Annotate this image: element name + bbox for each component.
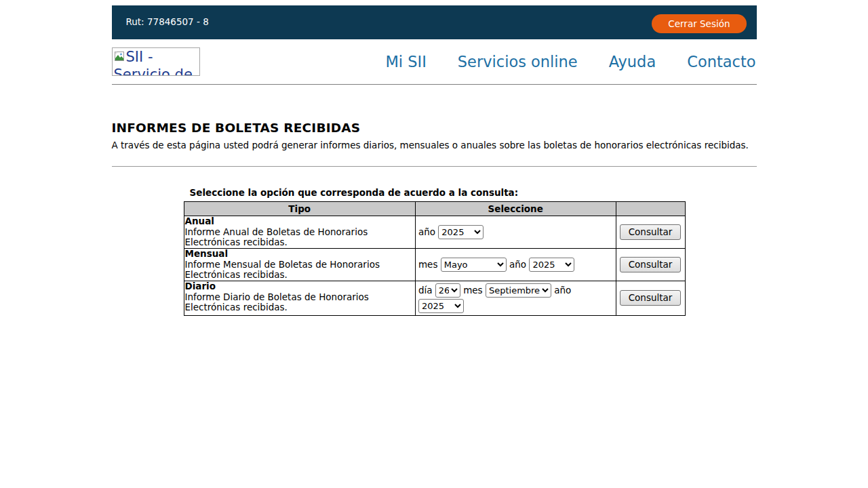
row-type-label: Anual bbox=[185, 216, 413, 227]
anual-action-cell: Consultar bbox=[616, 216, 685, 249]
consult-prompt: Seleccione la opción que corresponda de … bbox=[190, 187, 757, 198]
diario-consultar-button[interactable]: Consultar bbox=[620, 290, 682, 306]
anual-consultar-button[interactable]: Consultar bbox=[620, 224, 682, 240]
nav-item-ayuda[interactable]: Ayuda bbox=[609, 53, 656, 70]
rut-label: Rut: 77846507 - 8 bbox=[126, 16, 209, 27]
anual-select-cell: año 2025 bbox=[415, 216, 616, 249]
year-label: año bbox=[554, 285, 571, 296]
mensual-select-cell: mes Mayo año 2025 bbox=[415, 248, 616, 281]
mensual-tipo-cell: Mensual Informe Mensual de Boletas de Ho… bbox=[184, 248, 415, 281]
main-nav: Mi SII Servicios online Ayuda Contacto bbox=[385, 53, 756, 70]
row-description: Informe Anual de Boletas de Honorarios E… bbox=[185, 227, 413, 248]
diario-tipo-cell: Diario Informe Diario de Boletas de Hono… bbox=[184, 281, 415, 315]
consult-table: Tipo Seleccione Anual Informe Anual de B… bbox=[184, 201, 686, 316]
column-header-action bbox=[616, 202, 685, 216]
table-row-mensual: Mensual Informe Mensual de Boletas de Ho… bbox=[184, 248, 685, 281]
month-label: mes bbox=[418, 259, 438, 270]
column-header-seleccione: Seleccione bbox=[415, 202, 616, 216]
diario-action-cell: Consultar bbox=[616, 281, 685, 315]
diario-month-select[interactable]: Septiembre bbox=[486, 283, 551, 298]
diario-day-select[interactable]: 26 bbox=[435, 283, 460, 298]
consult-section: Seleccione la opción que corresponda de … bbox=[184, 187, 757, 316]
mensual-year-select[interactable]: 2025 bbox=[529, 258, 574, 272]
row-description: Informe Diario de Boletas de Honorarios … bbox=[185, 292, 413, 313]
anual-tipo-cell: Anual Informe Anual de Boletas de Honora… bbox=[184, 216, 415, 249]
row-description: Informe Mensual de Boletas de Honorarios… bbox=[185, 260, 413, 281]
header-row: SII - Servicio de Mi SII Servicios onlin… bbox=[112, 39, 757, 84]
page-container: Rut: 77846507 - 8 Cerrar Sesión SII - Se… bbox=[112, 5, 757, 316]
row-type-label: Diario bbox=[185, 281, 413, 292]
table-row-diario: Diario Informe Diario de Boletas de Hono… bbox=[184, 281, 685, 315]
table-row-anual: Anual Informe Anual de Boletas de Honora… bbox=[184, 216, 685, 249]
logo-alt-text: SII - Servicio de bbox=[114, 49, 193, 76]
top-bar: Rut: 77846507 - 8 Cerrar Sesión bbox=[112, 5, 757, 39]
anual-year-select[interactable]: 2025 bbox=[438, 225, 484, 239]
table-header-row: Tipo Seleccione bbox=[184, 202, 685, 216]
diario-select-cell: día 26 mes Septiembre año 2025 bbox=[415, 281, 616, 315]
nav-item-mi-sii[interactable]: Mi SII bbox=[385, 53, 426, 70]
logo-broken-image[interactable]: SII - Servicio de bbox=[112, 47, 200, 76]
mensual-month-select[interactable]: Mayo bbox=[441, 258, 507, 272]
nav-item-contacto[interactable]: Contacto bbox=[687, 53, 755, 70]
day-label: día bbox=[418, 285, 433, 296]
logout-button[interactable]: Cerrar Sesión bbox=[652, 14, 746, 33]
diario-year-select[interactable]: 2025 bbox=[418, 299, 464, 313]
row-type-label: Mensual bbox=[185, 249, 413, 260]
column-header-tipo: Tipo bbox=[184, 202, 415, 216]
year-label: año bbox=[509, 259, 526, 270]
header-divider bbox=[112, 84, 757, 85]
nav-item-servicios-online[interactable]: Servicios online bbox=[458, 53, 578, 70]
year-label: año bbox=[418, 226, 435, 237]
mensual-action-cell: Consultar bbox=[616, 248, 685, 281]
content-divider bbox=[112, 166, 757, 167]
mensual-consultar-button[interactable]: Consultar bbox=[620, 257, 682, 272]
page-title: INFORMES DE BOLETAS RECIBIDAS bbox=[112, 121, 757, 135]
page-subtitle: A través de esta página usted podrá gene… bbox=[112, 140, 757, 150]
title-block: INFORMES DE BOLETAS RECIBIDAS A través d… bbox=[112, 121, 757, 150]
month-label: mes bbox=[463, 285, 483, 296]
broken-image-icon bbox=[114, 48, 125, 58]
